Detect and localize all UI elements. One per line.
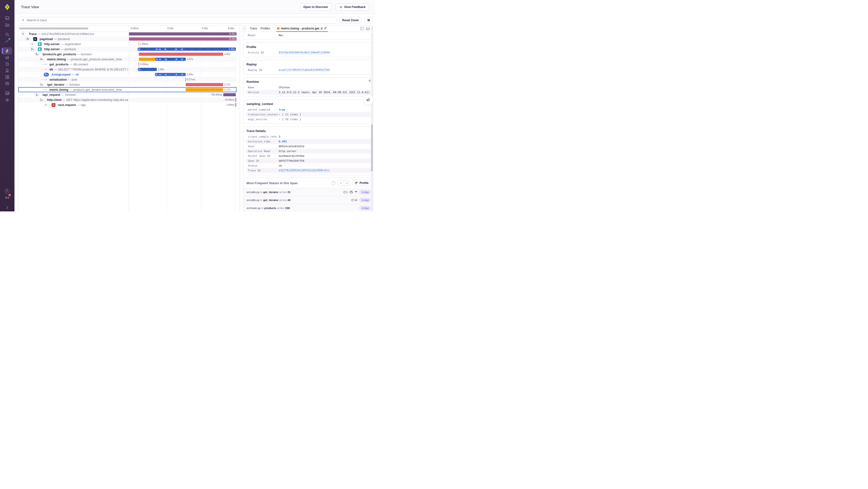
span-children-badge[interactable]: 2+ [25,37,30,41]
next-stack-button[interactable]: › [344,180,350,186]
settings-icon[interactable] [5,97,10,103]
error-warning-icon[interactable] [180,58,184,61]
stack-frame-row[interactable]: src/main.py in products at line 158In Ap… [244,204,373,211]
error-warning-icon[interactable] [138,68,141,71]
in-app-badge[interactable]: In App [359,198,371,202]
vertical-scrollbar-thumb[interactable] [371,124,373,171]
span-duration-tick[interactable] [138,42,139,46]
sentry-logo-icon[interactable] [4,4,10,10]
stack-frame-row[interactable]: src/utils.py in get_iterator at line 311… [244,188,373,196]
span-bar[interactable] [186,88,223,91]
span-children-badge[interactable]: 1∧ [39,98,44,102]
shortcut-cmd-button[interactable]: ⌘ [364,17,373,23]
vertical-scrollbar-track[interactable] [371,32,373,211]
span-row[interactable]: db—SELECT * FROM products WHERE id IN (S… [18,67,237,72]
dashboards-icon[interactable] [5,74,10,80]
github-icon[interactable] [350,191,353,194]
explore-icon[interactable] [5,32,10,37]
span-row[interactable]: 1∧/api_request—function709.80ms [18,92,237,97]
error-warning-icon[interactable] [175,58,178,61]
span-bar[interactable]: 6.41s [129,32,237,35]
releases-icon[interactable] [5,81,10,86]
span-row[interactable]: 2+pageload—/products6.41s [18,36,237,41]
span-bar[interactable] [223,93,236,96]
span-row[interactable]: 1Trace—e31278c256524c3297e2cd12458e12cc6… [18,31,237,36]
error-warning-icon[interactable] [155,58,158,61]
span-row[interactable]: 2∨http.server—products5.55s [18,47,237,52]
error-warning-icon[interactable] [158,58,161,61]
search-input[interactable] [27,19,334,22]
feedback-icon[interactable] [5,55,10,60]
span-row[interactable]: 1∧/get_iterator—function2.17s [18,82,237,87]
pin-icon[interactable] [324,27,327,30]
span-duration-tick[interactable] [236,103,236,107]
span-row[interactable]: 5∨Autogrouped—db1.66s [18,72,237,77]
span-bar-segment[interactable] [139,58,156,61]
detail-value[interactable]: ›{ 11 items } [279,113,301,116]
in-app-badge[interactable]: In App [359,206,371,210]
detail-value[interactable]: ›{ 50 items } [279,118,301,121]
tab-trace[interactable]: Trace [250,27,257,30]
expand-icon[interactable] [5,205,10,210]
span-children-badge[interactable]: 1∧ [34,93,40,97]
detail-value[interactable]: e31278c256524c3297e2cd12458e12cc [279,169,330,172]
broadcast-icon[interactable] [5,195,10,200]
tab-span-details[interactable]: metric.timing - products.get_iterat… [277,25,327,32]
metrics-icon[interactable] [5,38,10,44]
projects-icon[interactable] [5,22,10,28]
tab-profiles[interactable]: Profiles [260,27,270,30]
layout-right-panel-icon[interactable] [372,27,373,30]
replays-icon[interactable] [5,62,10,67]
span-duration-tick[interactable] [236,98,236,102]
error-warning-icon[interactable] [164,73,167,76]
detail-value[interactable]: 8fb7bb1891994f8c862f206e8722009d [279,51,330,54]
open-in-discover-button[interactable]: Open in Discover [300,3,332,10]
span-children-badge[interactable]: 4∧ [39,57,44,61]
stats-icon[interactable] [5,90,10,96]
span-row-selected[interactable]: metric.timing—products.get_iterator.exec… [18,87,237,92]
help-icon[interactable]: ? [5,189,9,194]
error-warning-icon[interactable] [164,48,167,51]
span-duration-tick[interactable] [185,78,186,82]
span-row[interactable]: +http.server—organization1.00ms [18,41,237,47]
issues-icon[interactable] [5,16,10,21]
span-row[interactable]: serialization—json0.27ms [18,77,237,82]
layout-left-panel-icon[interactable] [360,27,364,30]
help-icon[interactable]: ? [331,181,335,185]
span-row[interactable]: 4∧metric.timing—products.get_products.ex… [18,57,237,62]
span-row[interactable]: 2∧/products.get_products—function4.83s [18,52,237,57]
error-warning-icon[interactable] [180,48,184,51]
error-warning-icon[interactable] [158,48,161,51]
span-duration-tick[interactable] [138,62,139,66]
umbrella-icon[interactable]: ☂ [355,191,357,194]
performance-icon[interactable] [2,47,12,55]
span-bar[interactable] [186,83,223,86]
span-children-badge[interactable]: 1∧ [39,83,44,87]
error-warning-icon[interactable] [175,73,178,76]
give-feedback-button[interactable]: Give Feedback [336,3,369,10]
error-warning-icon[interactable] [175,48,178,51]
span-row[interactable]: get_products—db.connect0.09ms [18,62,237,67]
in-app-badge[interactable]: In App [359,190,371,194]
span-children-badge[interactable]: 5∨ [44,73,49,77]
stack-frame-row[interactable]: src/utils.py in get_iterator at line 401… [244,196,373,204]
layout-bottom-panel-icon[interactable] [366,27,370,30]
search-box[interactable] [19,17,337,23]
span-children-badge[interactable]: 1 [21,32,25,36]
detail-value[interactable]: ecae7c51f0024f2fa82e6314045d73b5 [279,68,330,72]
span-bar[interactable]: 5.55s [138,48,236,51]
reset-zoom-button[interactable]: Reset Zoom [339,17,362,23]
span-children-badge[interactable]: + [44,103,48,107]
alerts-icon[interactable] [5,68,10,73]
profile-button[interactable]: Profile [352,180,371,186]
span-bar[interactable] [139,53,223,56]
span-bar[interactable]: 6.41s [129,37,237,40]
error-warning-icon[interactable] [137,48,141,51]
error-warning-icon[interactable] [158,73,161,76]
collapse-drawer-icon[interactable]: › [242,27,246,31]
error-warning-icon[interactable] [181,73,184,76]
prev-stack-button[interactable]: ‹ [338,180,344,186]
span-children-badge[interactable]: 2∨ [30,47,35,51]
span-row[interactable]: 1∧http.client—GET https://application-mo… [18,97,237,102]
error-warning-icon[interactable] [164,58,167,61]
